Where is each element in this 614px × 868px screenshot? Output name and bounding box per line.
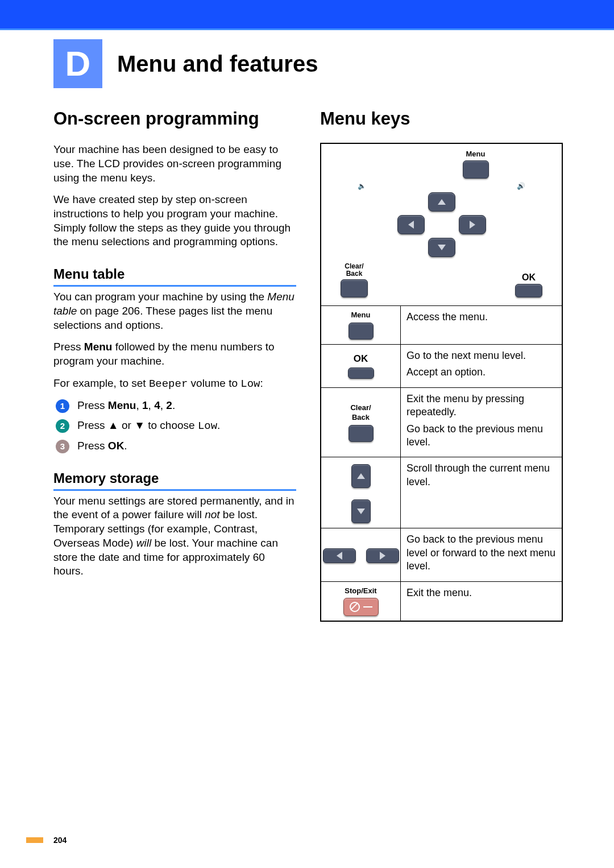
memory-storage-p: Your menu settings are stored permanentl… (53, 494, 296, 578)
up-key-icon (351, 464, 371, 488)
key-row-ok: OK Go to the next menu level. Accept an … (321, 344, 562, 387)
step-2: 2 Press ▲ or ▼ to choose Low. (56, 419, 296, 433)
left-key-icon (323, 548, 356, 563)
key-row-stop: Stop/Exit Exit the menu. (321, 581, 562, 621)
volume-up-icon: 🔊 (517, 182, 545, 191)
menu-key-icon (349, 323, 374, 340)
chapter-letter-badge: D (53, 39, 102, 88)
right-column: Menu keys Menu 🔈 🔊 (320, 108, 563, 622)
menu-key-icon (463, 160, 489, 179)
step-3: 3 Press OK. (56, 439, 296, 453)
label-ok: OK (522, 272, 536, 283)
key-row-clear-back: Clear/ Back Exit the menu by pressing re… (321, 387, 562, 457)
onscreen-p1: Your machine has been designed to be eas… (53, 143, 296, 185)
heading-memory-storage: Memory storage (53, 469, 296, 491)
onscreen-p2: We have created step by step on-screen i… (53, 193, 296, 249)
step-badge-3: 3 (56, 440, 69, 453)
clear-back-key-icon (349, 425, 374, 442)
heading-menu-keys: Menu keys (320, 108, 563, 130)
down-key-icon (428, 238, 455, 257)
step-1: 1 Press Menu, 1, 4, 2. (56, 399, 296, 413)
left-key-icon (397, 215, 425, 234)
key-row-leftright: Go back to the previous menu level or fo… (321, 528, 562, 581)
ok-key-icon (348, 367, 374, 379)
stop-exit-key-icon (343, 598, 379, 616)
key-row-updown: Scroll through the current menu level. (321, 457, 562, 528)
label-menu: Menu (466, 150, 486, 158)
right-key-icon (459, 215, 486, 234)
page-accent-icon (26, 837, 43, 843)
step-badge-2: 2 (56, 419, 69, 433)
menu-keys-diagram: Menu 🔈 🔊 (320, 143, 563, 622)
down-triangle-icon: ▼ (134, 419, 145, 431)
heading-onscreen: On-screen programming (53, 108, 296, 130)
heading-menu-table: Menu table (53, 265, 296, 287)
menu-table-p3: For example, to set Beeper volume to Low… (53, 377, 296, 391)
left-column: On-screen programming Your machine has b… (53, 108, 296, 622)
ok-key-icon (515, 284, 542, 297)
page-number: 204 (26, 835, 67, 845)
chapter-title: Menu and features (117, 49, 318, 78)
header-bar (0, 0, 614, 30)
up-key-icon (428, 192, 455, 212)
right-key-icon (366, 548, 399, 563)
chapter-header: D Menu and features (53, 39, 563, 88)
step-badge-1: 1 (56, 399, 69, 413)
clear-back-key-icon (341, 279, 368, 297)
up-triangle-icon: ▲ (108, 419, 119, 431)
label-clear-back: Clear/Back (345, 263, 363, 278)
down-key-icon (351, 499, 371, 523)
volume-down-icon: 🔈 (338, 182, 366, 191)
menu-table-p1: You can program your machine by using th… (53, 290, 296, 332)
key-row-menu: Menu Access the menu. (321, 305, 562, 344)
menu-table-p2: Press Menu followed by the menu numbers … (53, 340, 296, 368)
